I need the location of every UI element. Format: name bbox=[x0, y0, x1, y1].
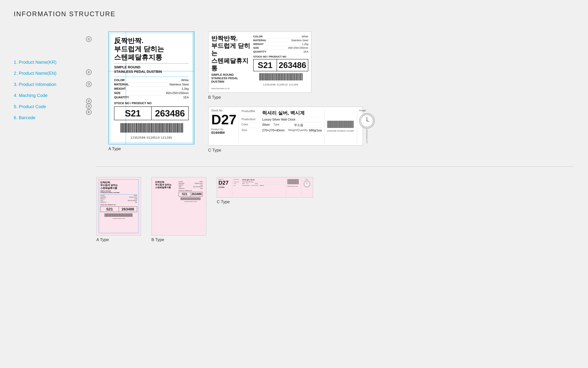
product-no: 263486 bbox=[152, 107, 188, 120]
b-product-no: 263486 bbox=[277, 59, 308, 71]
c-product-en-label: ProductionI. bbox=[242, 118, 262, 121]
svg-rect-37 bbox=[149, 123, 149, 133]
svg-rect-97 bbox=[268, 73, 268, 80]
svg-rect-173 bbox=[336, 121, 336, 128]
svg-rect-53 bbox=[160, 123, 161, 133]
svg-rect-75 bbox=[177, 123, 178, 133]
svg-rect-87 bbox=[262, 73, 262, 80]
svg-rect-154 bbox=[302, 73, 302, 80]
svg-rect-52 bbox=[160, 123, 160, 133]
svg-rect-199 bbox=[349, 121, 350, 128]
thumb-a-info: COLORWhite MATERIALStainless Steel WEIGH… bbox=[100, 194, 137, 203]
svg-rect-256 bbox=[124, 213, 124, 217]
svg-rect-86 bbox=[261, 73, 261, 80]
svg-rect-46 bbox=[155, 123, 156, 133]
svg-rect-33 bbox=[145, 123, 146, 133]
b-weight-value: 1.2kg bbox=[302, 43, 308, 46]
svg-rect-163 bbox=[331, 121, 331, 128]
svg-rect-74 bbox=[176, 123, 177, 133]
c-stock-no: D27 bbox=[211, 113, 237, 127]
svg-rect-107 bbox=[273, 73, 274, 80]
svg-rect-91 bbox=[264, 73, 264, 80]
svg-rect-38 bbox=[149, 123, 150, 133]
svg-rect-359 bbox=[298, 179, 298, 184]
svg-rect-279 bbox=[182, 197, 182, 200]
svg-rect-143 bbox=[295, 73, 295, 80]
b-size-value: 450×250×250mm bbox=[288, 46, 308, 49]
clock-svg bbox=[360, 114, 374, 128]
label-c-barcode-section: 12352598 0128510 121285 bbox=[325, 109, 354, 143]
svg-rect-287 bbox=[185, 197, 185, 200]
svg-rect-138 bbox=[292, 73, 292, 80]
svg-rect-340 bbox=[291, 179, 292, 184]
svg-rect-217 bbox=[107, 213, 107, 217]
c-product-kr: 럭셔리 실버, 벽시계 bbox=[262, 110, 305, 116]
svg-rect-362 bbox=[298, 179, 299, 184]
svg-rect-18 bbox=[134, 123, 135, 133]
svg-rect-341 bbox=[292, 179, 292, 184]
svg-rect-301 bbox=[190, 197, 191, 200]
stock-no: S21 bbox=[114, 107, 152, 120]
svg-rect-269 bbox=[130, 213, 130, 217]
c-size-row: Size. 270×270×40mm Weight/Quantity. 580g… bbox=[242, 128, 322, 133]
svg-rect-50 bbox=[158, 123, 159, 133]
svg-rect-305 bbox=[192, 197, 192, 200]
svg-rect-182 bbox=[341, 121, 341, 128]
label-b-kr: 반짝반짝.부드럽게 닫히는스텐페달휴지통 bbox=[211, 35, 250, 72]
svg-rect-28 bbox=[141, 123, 142, 133]
label-c-container: Stock No. D27 Product No. 0144484 Produc… bbox=[208, 107, 363, 153]
thumb-c-type-label: C Type bbox=[217, 199, 230, 204]
b-website: www.hansaem.co.kr bbox=[211, 87, 308, 90]
barcode-section: 12352598 0128510 121285 bbox=[114, 122, 189, 139]
svg-rect-100 bbox=[269, 73, 270, 80]
sidebar-item-3: 3. Product Infomation bbox=[14, 81, 83, 87]
b-size-row: SIZE 450×250×250mm bbox=[253, 46, 308, 50]
barcode-text-a: 12352598 0128510 121285 bbox=[114, 136, 189, 139]
svg-rect-96 bbox=[267, 73, 267, 80]
svg-rect-253 bbox=[123, 213, 123, 217]
b-color-row: COLOR White bbox=[253, 35, 308, 38]
svg-rect-188 bbox=[344, 121, 344, 128]
svg-rect-11 bbox=[129, 123, 129, 133]
svg-rect-167 bbox=[333, 121, 333, 128]
svg-rect-59 bbox=[165, 123, 165, 133]
svg-rect-27 bbox=[141, 123, 141, 133]
barcode-svg bbox=[119, 122, 184, 134]
svg-rect-235 bbox=[115, 213, 115, 217]
sidebar-item-5: 5. Product Code bbox=[14, 103, 83, 110]
bottom-row: 반짝반짝.부드럽게 닫히는스텐페달휴지통 SIMPLE ROUNDSTAINLE… bbox=[96, 177, 574, 242]
svg-rect-183 bbox=[341, 121, 342, 128]
svg-rect-347 bbox=[294, 179, 294, 184]
markers: ① ② ③ ④ ⑤ ⑥ bbox=[96, 31, 108, 153]
svg-rect-26 bbox=[140, 123, 141, 133]
c-size-value: 270×270×40mm bbox=[262, 129, 285, 132]
marker-1: ① bbox=[86, 36, 92, 42]
svg-rect-288 bbox=[185, 197, 185, 200]
svg-rect-139 bbox=[293, 73, 293, 80]
svg-rect-314 bbox=[195, 197, 196, 200]
b-material-row: MATERIAL Stainless Steel bbox=[253, 38, 308, 42]
svg-rect-272 bbox=[131, 213, 131, 217]
type-label-b: B Type bbox=[208, 95, 363, 100]
c-color-row: Color. Silver Type. 무소음 bbox=[242, 122, 322, 128]
svg-rect-120 bbox=[281, 73, 282, 80]
thumb-a-en: SIMPLE ROUNDSTAINLESS PEDAL DUSTBIN bbox=[100, 190, 137, 193]
weight-label: WEIGHT bbox=[114, 87, 126, 91]
b-material-label: MATERIAL bbox=[253, 39, 266, 42]
type-label-a: A Type bbox=[108, 146, 194, 151]
svg-rect-0 bbox=[120, 123, 121, 133]
svg-rect-99 bbox=[269, 73, 269, 80]
svg-rect-137 bbox=[291, 73, 292, 80]
marker-2: ② bbox=[86, 69, 92, 75]
svg-rect-142 bbox=[295, 73, 295, 80]
svg-rect-291 bbox=[186, 197, 187, 200]
svg-rect-148 bbox=[298, 73, 298, 80]
svg-rect-72 bbox=[175, 123, 176, 133]
svg-rect-71 bbox=[175, 123, 175, 133]
svg-rect-114 bbox=[278, 73, 278, 80]
type-label-c: C Type bbox=[208, 148, 363, 153]
svg-rect-20 bbox=[136, 123, 136, 133]
svg-rect-69 bbox=[173, 123, 173, 133]
size-label: SIZE bbox=[114, 92, 121, 95]
svg-rect-334 bbox=[290, 179, 290, 184]
